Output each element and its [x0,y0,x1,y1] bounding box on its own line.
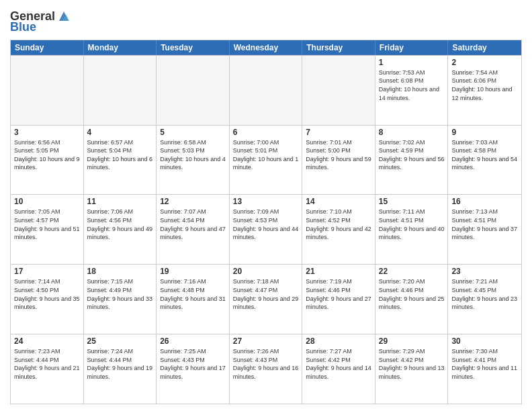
empty-cell [11,56,84,125]
day-cell-13: 13Sunrise: 7:09 AM Sunset: 4:53 PM Dayli… [230,195,303,264]
day-number: 29 [379,336,445,346]
day-number: 8 [379,128,445,137]
day-info: Sunrise: 7:07 AM Sunset: 4:54 PM Dayligh… [160,208,226,241]
day-number: 23 [451,267,518,276]
day-cell-6: 6Sunrise: 7:00 AM Sunset: 5:01 PM Daylig… [230,126,303,195]
day-number: 28 [306,336,371,346]
day-cell-10: 10Sunrise: 7:05 AM Sunset: 4:57 PM Dayli… [11,195,84,264]
day-number: 1 [379,58,445,67]
day-cell-8: 8Sunrise: 7:02 AM Sunset: 4:59 PM Daylig… [375,126,449,195]
logo-text-blue: Blue [10,21,36,34]
day-info: Sunrise: 7:19 AM Sunset: 4:46 PM Dayligh… [306,277,371,311]
day-number: 3 [14,128,80,137]
empty-cell [302,56,375,125]
day-info: Sunrise: 7:18 AM Sunset: 4:47 PM Dayligh… [233,277,299,311]
day-cell-28: 28Sunrise: 7:27 AM Sunset: 4:42 PM Dayli… [302,334,375,404]
calendar-header: SundayMondayTuesdayWednesdayThursdayFrid… [11,40,521,55]
header-day-saturday: Saturday [448,40,521,55]
day-cell-26: 26Sunrise: 7:25 AM Sunset: 4:43 PM Dayli… [157,334,230,404]
day-info: Sunrise: 6:56 AM Sunset: 5:05 PM Dayligh… [14,138,80,172]
day-cell-2: 2Sunrise: 7:54 AM Sunset: 6:06 PM Daylig… [448,56,521,125]
day-number: 15 [379,197,445,206]
day-cell-18: 18Sunrise: 7:15 AM Sunset: 4:49 PM Dayli… [84,265,157,334]
header: General Blue [10,7,522,34]
day-cell-7: 7Sunrise: 7:01 AM Sunset: 5:00 PM Daylig… [302,126,375,195]
day-info: Sunrise: 7:53 AM Sunset: 6:08 PM Dayligh… [379,68,445,102]
logo: General Blue [10,10,71,34]
day-number: 12 [160,197,226,206]
day-info: Sunrise: 7:03 AM Sunset: 4:58 PM Dayligh… [451,138,518,172]
header-day-monday: Monday [84,40,157,55]
day-info: Sunrise: 7:23 AM Sunset: 4:44 PM Dayligh… [14,347,80,381]
day-cell-15: 15Sunrise: 7:11 AM Sunset: 4:51 PM Dayli… [375,195,449,264]
day-number: 30 [451,336,518,346]
empty-cell [230,56,303,125]
day-number: 24 [14,336,80,346]
day-cell-25: 25Sunrise: 7:24 AM Sunset: 4:44 PM Dayli… [84,334,157,404]
day-cell-4: 4Sunrise: 6:57 AM Sunset: 5:04 PM Daylig… [84,126,157,195]
day-info: Sunrise: 6:57 AM Sunset: 5:04 PM Dayligh… [87,138,153,172]
logo-icon [56,9,71,24]
day-info: Sunrise: 7:10 AM Sunset: 4:52 PM Dayligh… [306,208,371,241]
day-cell-11: 11Sunrise: 7:06 AM Sunset: 4:56 PM Dayli… [84,195,157,264]
calendar-body: 1Sunrise: 7:53 AM Sunset: 6:08 PM Daylig… [11,55,521,404]
day-cell-24: 24Sunrise: 7:23 AM Sunset: 4:44 PM Dayli… [11,334,84,404]
day-info: Sunrise: 7:11 AM Sunset: 4:51 PM Dayligh… [379,208,445,241]
day-number: 27 [233,336,299,346]
day-number: 25 [87,336,153,346]
week-row-2: 10Sunrise: 7:05 AM Sunset: 4:57 PM Dayli… [11,194,521,264]
day-number: 20 [233,267,299,276]
day-info: Sunrise: 7:29 AM Sunset: 4:42 PM Dayligh… [379,347,445,381]
day-info: Sunrise: 7:00 AM Sunset: 5:01 PM Dayligh… [233,138,299,172]
day-cell-30: 30Sunrise: 7:30 AM Sunset: 4:41 PM Dayli… [448,334,521,404]
day-number: 13 [233,197,299,206]
day-cell-5: 5Sunrise: 6:58 AM Sunset: 5:03 PM Daylig… [157,126,230,195]
page: General Blue SundayMondayTuesdayWednesda… [0,0,532,411]
day-number: 16 [451,197,518,206]
header-day-thursday: Thursday [302,40,375,55]
day-number: 6 [233,128,299,137]
day-info: Sunrise: 7:06 AM Sunset: 4:56 PM Dayligh… [87,208,153,241]
day-cell-23: 23Sunrise: 7:21 AM Sunset: 4:45 PM Dayli… [448,265,521,334]
day-info: Sunrise: 7:21 AM Sunset: 4:45 PM Dayligh… [451,277,518,311]
day-cell-9: 9Sunrise: 7:03 AM Sunset: 4:58 PM Daylig… [448,126,521,195]
day-number: 18 [87,267,153,276]
day-number: 19 [160,267,226,276]
day-info: Sunrise: 7:13 AM Sunset: 4:51 PM Dayligh… [451,208,518,241]
day-cell-12: 12Sunrise: 7:07 AM Sunset: 4:54 PM Dayli… [157,195,230,264]
day-number: 9 [451,128,518,137]
empty-cell [84,56,157,125]
day-info: Sunrise: 7:27 AM Sunset: 4:42 PM Dayligh… [306,347,371,381]
day-cell-17: 17Sunrise: 7:14 AM Sunset: 4:50 PM Dayli… [11,265,84,334]
day-number: 7 [306,128,371,137]
day-number: 10 [14,197,80,206]
day-number: 26 [160,336,226,346]
day-number: 5 [160,128,226,137]
day-cell-19: 19Sunrise: 7:16 AM Sunset: 4:48 PM Dayli… [157,265,230,334]
calendar: SundayMondayTuesdayWednesdayThursdayFrid… [10,40,522,404]
empty-cell [157,56,230,125]
day-info: Sunrise: 6:58 AM Sunset: 5:03 PM Dayligh… [160,138,226,172]
day-cell-27: 27Sunrise: 7:26 AM Sunset: 4:43 PM Dayli… [230,334,303,404]
day-info: Sunrise: 7:30 AM Sunset: 4:41 PM Dayligh… [451,347,518,381]
day-info: Sunrise: 7:01 AM Sunset: 5:00 PM Dayligh… [306,138,371,172]
day-info: Sunrise: 7:24 AM Sunset: 4:44 PM Dayligh… [87,347,153,381]
day-info: Sunrise: 7:15 AM Sunset: 4:49 PM Dayligh… [87,277,153,311]
day-info: Sunrise: 7:26 AM Sunset: 4:43 PM Dayligh… [233,347,299,381]
day-info: Sunrise: 7:05 AM Sunset: 4:57 PM Dayligh… [14,208,80,241]
day-info: Sunrise: 7:02 AM Sunset: 4:59 PM Dayligh… [379,138,445,172]
day-number: 11 [87,197,153,206]
day-cell-14: 14Sunrise: 7:10 AM Sunset: 4:52 PM Dayli… [302,195,375,264]
header-day-friday: Friday [375,40,449,55]
day-number: 21 [306,267,371,276]
day-info: Sunrise: 7:54 AM Sunset: 6:06 PM Dayligh… [451,68,518,102]
day-cell-20: 20Sunrise: 7:18 AM Sunset: 4:47 PM Dayli… [230,265,303,334]
day-number: 22 [379,267,445,276]
day-info: Sunrise: 7:25 AM Sunset: 4:43 PM Dayligh… [160,347,226,381]
day-info: Sunrise: 7:16 AM Sunset: 4:48 PM Dayligh… [160,277,226,311]
day-info: Sunrise: 7:14 AM Sunset: 4:50 PM Dayligh… [14,277,80,311]
header-day-tuesday: Tuesday [157,40,230,55]
day-cell-29: 29Sunrise: 7:29 AM Sunset: 4:42 PM Dayli… [375,334,449,404]
week-row-1: 3Sunrise: 6:56 AM Sunset: 5:05 PM Daylig… [11,125,521,195]
day-number: 14 [306,197,371,206]
